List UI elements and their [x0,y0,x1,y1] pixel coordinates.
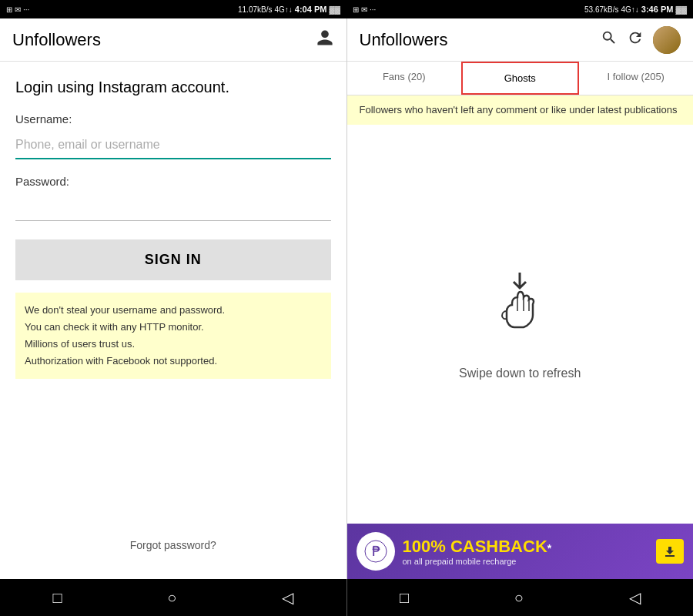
tab-ghosts[interactable]: Ghosts [461,62,579,95]
right-time: 3:46 PM [641,5,674,14]
trust-banner: We don't steal your username and passwor… [15,293,331,379]
ad-text-area: 100% CASHBACK* on all prepaid mobile rec… [403,537,649,566]
login-title: Login using Instagram account. [15,77,331,97]
left-speed: 11.07kB/s [238,5,272,14]
right-back-button[interactable]: ◁ [617,582,653,613]
left-signal: 4G↑↓ [274,5,292,14]
right-status-info: 53.67kB/s 4G↑↓ 3:46 PM ▓▓ [584,5,687,14]
left-panel: Unfollowers Login using Instagram accoun… [0,18,347,579]
ad-banner[interactable]: ✕ ₱ 100% CASHBACK* on all prepaid mobile… [347,524,694,579]
left-square-button[interactable]: □ [40,583,74,613]
left-back-button[interactable]: ◁ [270,582,306,613]
swipe-text: Swipe down to refresh [459,367,581,380]
left-status-bar: ⊞✉··· 11.07kB/s 4G↑↓ 4:04 PM ▓▓ [0,0,346,18]
right-speed: 53.67kB/s [584,5,618,14]
left-status-info: 11.07kB/s 4G↑↓ 4:04 PM ▓▓ [238,5,340,14]
right-signal: 4G↑↓ [621,5,638,14]
left-app-title: Unfollowers [12,30,316,50]
password-label: Password: [15,175,331,188]
search-icon[interactable] [601,29,618,51]
right-panel: Unfollowers Fans (20 [347,18,694,579]
forgot-password-link[interactable]: Forgot password? [15,527,331,564]
ad-cashback-text: 100% CASHBACK* [403,537,649,557]
right-header-icons [601,26,681,54]
avatar[interactable] [653,26,681,54]
svg-text:₱: ₱ [371,544,380,559]
username-label: Username: [15,112,331,126]
right-square-button[interactable]: □ [387,583,421,613]
tab-fans[interactable]: Fans (20) [347,62,462,95]
login-area: Login using Instagram account. Username:… [0,62,346,579]
sign-in-button[interactable]: SIGN IN [15,239,331,280]
info-banner: Followers who haven't left any comment o… [347,95,694,125]
left-home-button[interactable]: ○ [155,583,189,613]
ad-phone-icon: ₱ [357,532,395,571]
avatar-image [653,26,681,54]
content-area: Swipe down to refresh [347,125,694,524]
right-app-header: Unfollowers [347,18,694,62]
left-time: 4:04 PM [295,5,327,14]
right-home-button[interactable]: ○ [502,583,536,613]
tabs-row: Fans (20) Ghosts I follow (205) [347,62,694,95]
left-battery: ▓▓ [329,5,340,14]
refresh-icon[interactable] [627,29,644,51]
right-status-icons: ⊞✉··· [353,5,376,14]
swipe-icon [485,269,554,354]
ad-sub-text: on all prepaid mobile recharge [403,557,649,566]
trust-text: We don't steal your username and passwor… [25,304,225,367]
right-bottom-nav: □ ○ ◁ [347,579,694,616]
right-battery: ▓▓ [675,5,687,14]
tab-ifollow[interactable]: I follow (205) [579,62,694,95]
profile-icon[interactable] [316,28,334,52]
right-status-bar: ⊞✉··· 53.67kB/s 4G↑↓ 3:46 PM ▓▓ [346,0,693,18]
info-text: Followers who haven't left any comment o… [360,104,678,116]
username-input[interactable] [15,132,331,159]
svg-rect-2 [665,555,675,557]
right-app-title: Unfollowers [360,30,601,50]
bottom-nav: □ ○ ◁ □ ○ ◁ [0,579,693,616]
password-input[interactable] [15,194,331,221]
left-header-icons [316,28,334,52]
left-app-header: Unfollowers [0,18,346,62]
ad-download-button[interactable] [656,539,684,564]
left-bottom-nav: □ ○ ◁ [0,579,346,616]
left-status-icons: ⊞✉··· [6,5,29,14]
